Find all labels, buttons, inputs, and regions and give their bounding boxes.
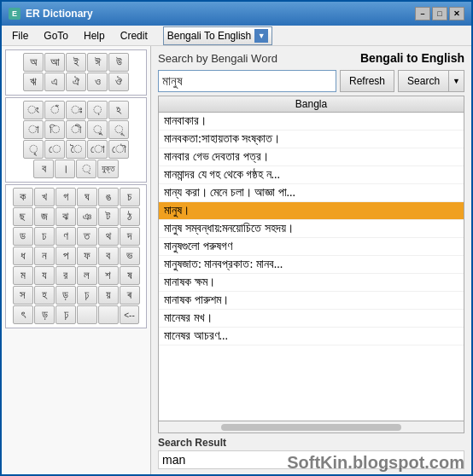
- key-ma[interactable]: ম: [13, 266, 33, 285]
- key-ssa[interactable]: ষ: [120, 266, 140, 285]
- result-item[interactable]: মানাষক ক্ষম।: [159, 274, 464, 292]
- language-selector[interactable]: Bengali To English ▼: [163, 26, 273, 45]
- key-i-matra[interactable]: ি: [44, 120, 65, 139]
- key-u[interactable]: উ: [108, 53, 129, 72]
- key-rra[interactable]: ৰ: [120, 286, 140, 305]
- key-ga[interactable]: গ: [55, 188, 76, 206]
- key-ja[interactable]: জ: [34, 207, 55, 226]
- refresh-button[interactable]: Refresh: [340, 70, 394, 92]
- lang-dropdown[interactable]: Bengali To English ▼: [163, 26, 273, 45]
- key-ii[interactable]: ঈ: [87, 53, 108, 72]
- key-chha[interactable]: ছ: [13, 207, 33, 226]
- key-avagraha[interactable]: ঽ: [108, 101, 129, 119]
- key-ha[interactable]: হ: [34, 286, 55, 305]
- key-jha[interactable]: ঝ: [55, 207, 76, 226]
- key-e[interactable]: এ: [44, 73, 65, 91]
- key-ya[interactable]: য: [34, 266, 55, 285]
- key-kha[interactable]: খ: [34, 188, 55, 206]
- key-ra[interactable]: র: [55, 266, 76, 285]
- key-i[interactable]: ই: [66, 53, 86, 72]
- key-cha[interactable]: চ: [120, 188, 140, 206]
- result-item[interactable]: মানবকতা:সাহায়তাক সংষ্কাত।: [159, 131, 464, 148]
- key-dha[interactable]: ঢ: [34, 227, 55, 246]
- key-visarga[interactable]: ঃ: [66, 101, 86, 119]
- key-o-matra[interactable]: ো: [87, 140, 108, 159]
- key-na[interactable]: ণ: [55, 227, 76, 246]
- result-item[interactable]: মান্য করা। মেনে চলা। আজ্ঞা পা...: [159, 184, 464, 202]
- key-sa[interactable]: স: [13, 286, 33, 305]
- key-uu-matra[interactable]: ূ: [108, 120, 129, 139]
- key-dra[interactable]: ড়: [55, 286, 76, 305]
- result-item[interactable]: মানুষ সম্বন্ধায়:মনয়োচিতে সহদয়।: [159, 220, 464, 238]
- result-item-selected[interactable]: মানুষ।: [159, 202, 464, 220]
- key-e-matra[interactable]: ে: [44, 140, 65, 159]
- key-yya[interactable]: য়: [98, 286, 119, 305]
- key-danda[interactable]: ।: [55, 160, 75, 178]
- key-ii-matra[interactable]: ী: [66, 120, 86, 139]
- menu-file[interactable]: File: [5, 28, 35, 44]
- key-sha[interactable]: শ: [98, 266, 119, 285]
- key-nya[interactable]: ঞ: [77, 207, 97, 226]
- key-gha[interactable]: ঘ: [77, 188, 97, 206]
- key-pa[interactable]: প: [55, 247, 76, 265]
- key-ai-matra[interactable]: ৈ: [66, 140, 86, 159]
- result-item[interactable]: মানুষগুলো পরুষগণ: [159, 238, 464, 256]
- maximize-button[interactable]: □: [432, 7, 447, 20]
- key-ka[interactable]: ক: [13, 188, 33, 206]
- key-hasanta[interactable]: ্: [76, 160, 96, 178]
- results-container[interactable]: Bangla মানবাকার। মানবকতা:সাহায়তাক সংষ্ক…: [158, 96, 464, 421]
- result-item[interactable]: মানমান্দর যে গহ থেকে গষ্ঠহ ন...: [159, 166, 464, 184]
- search-button[interactable]: Search: [398, 70, 448, 92]
- key-na2[interactable]: ন: [34, 247, 55, 265]
- key-dhra[interactable]: ঢ়: [77, 286, 97, 305]
- key-o[interactable]: ও: [87, 73, 108, 91]
- horizontal-scrollbar[interactable]: [158, 421, 464, 433]
- menu-credit[interactable]: Credit: [114, 28, 155, 44]
- result-item[interactable]: মানেষর আচরণ...: [159, 328, 464, 345]
- result-item[interactable]: মানাষক পারুশম।: [159, 292, 464, 310]
- key-da[interactable]: ড: [13, 227, 33, 246]
- key-tha2[interactable]: থ: [98, 227, 119, 246]
- key-ta[interactable]: ট: [98, 207, 119, 226]
- key-dra2[interactable]: ড়: [34, 305, 55, 324]
- key-dha2[interactable]: ধ: [13, 247, 33, 265]
- search-dropdown-button[interactable]: ▼: [448, 70, 464, 92]
- key-ri-matra[interactable]: ৃ: [23, 140, 44, 159]
- close-button[interactable]: ✕: [449, 7, 464, 20]
- key-ba[interactable]: ব: [33, 160, 54, 178]
- search-input[interactable]: [158, 70, 336, 92]
- result-item[interactable]: মানবাকার।: [159, 113, 464, 131]
- key-ou[interactable]: ঔ: [108, 73, 129, 91]
- key-anusvara[interactable]: ং: [23, 101, 44, 119]
- key-space1[interactable]: [77, 305, 97, 324]
- key-backspace[interactable]: <--: [120, 305, 139, 324]
- lang-dropdown-arrow-icon[interactable]: ▼: [254, 29, 268, 43]
- result-item[interactable]: মানবার গেভ দেবতার পত্র।: [159, 148, 464, 166]
- key-aa[interactable]: আ: [44, 53, 65, 72]
- result-item[interactable]: মানেষর মখ।: [159, 310, 464, 328]
- key-ta2[interactable]: ত: [77, 227, 97, 246]
- key-a[interactable]: অ: [23, 53, 44, 72]
- key-ba2[interactable]: ব: [98, 247, 119, 265]
- key-ri[interactable]: ঋ: [23, 73, 44, 91]
- minimize-button[interactable]: –: [415, 7, 430, 20]
- menu-goto[interactable]: GoTo: [37, 28, 75, 44]
- key-dhra2[interactable]: ঢ়: [55, 305, 76, 324]
- key-au-matra[interactable]: ৌ: [108, 140, 129, 159]
- key-pha[interactable]: ফ: [77, 247, 97, 265]
- key-bha[interactable]: ভ: [120, 247, 140, 265]
- key-nga[interactable]: ঙ: [98, 188, 119, 206]
- key-tha[interactable]: ঠ: [120, 207, 140, 226]
- key-khanda-ta[interactable]: ৎ: [13, 305, 33, 324]
- key-la[interactable]: ল: [77, 266, 97, 285]
- key-aa-matra[interactable]: া: [23, 120, 44, 139]
- key-chandrabindu[interactable]: ঁ: [44, 101, 65, 119]
- key-jukt[interactable]: যুক্ত: [97, 160, 119, 178]
- key-nukta[interactable]: ়: [87, 101, 108, 119]
- key-oi[interactable]: ঐ: [66, 73, 86, 91]
- key-da2[interactable]: দ: [120, 227, 140, 246]
- key-u-matra[interactable]: ু: [87, 120, 108, 139]
- menu-help[interactable]: Help: [77, 28, 112, 44]
- h-scroll-thumb[interactable]: [221, 424, 402, 431]
- result-item[interactable]: মানুষজাত: মানবপ্রকাত: মানব...: [159, 256, 464, 274]
